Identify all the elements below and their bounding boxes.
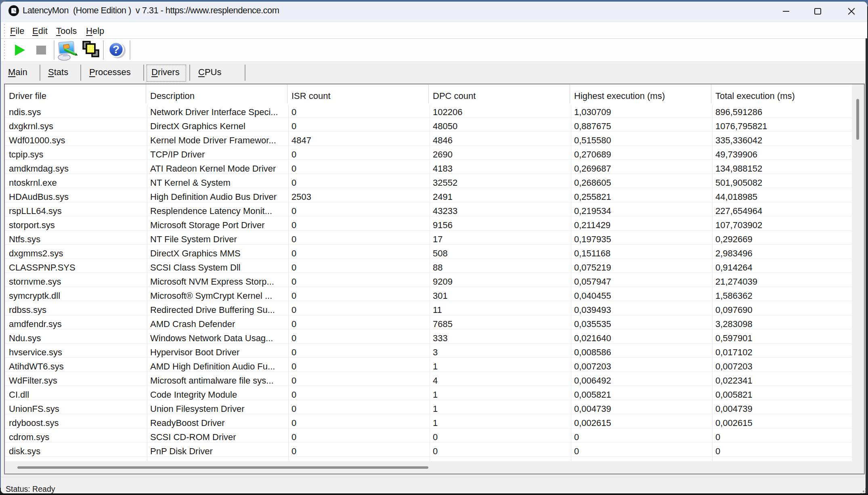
svg-text:?: ? xyxy=(113,43,120,56)
